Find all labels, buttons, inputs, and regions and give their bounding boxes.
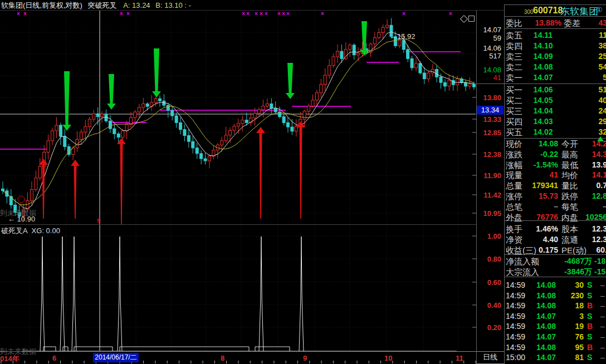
candle-body-down — [472, 84, 475, 87]
candle-body-down — [204, 159, 207, 161]
indicator-tail: : - — [184, 1, 191, 9]
tick-volume: 18 — [557, 301, 584, 310]
ask-volume: 5 — [563, 73, 606, 82]
snapshot-row-label: 外盘 — [506, 213, 522, 223]
snapshot-row-value2: 13.9 — [579, 160, 606, 169]
tick-price: 14.08 — [524, 343, 556, 352]
candle-body-up — [88, 119, 91, 126]
candle-body-up — [324, 75, 326, 85]
candle-body-up — [221, 141, 223, 145]
bid-price[interactable]: 14.06 — [524, 85, 563, 94]
fundamental-row-value2: 60. — [579, 245, 606, 254]
candle-body-up — [30, 190, 33, 201]
signal-x-marker: × — [126, 11, 130, 17]
indicator-plateau — [43, 347, 56, 351]
tick-price: 14.08 — [524, 291, 556, 300]
snapshot-row-label2: 跌停 — [561, 191, 578, 202]
bid-price[interactable]: 14.04 — [524, 106, 563, 115]
signal-x-marker: × — [449, 11, 452, 17]
candle-body-up — [154, 99, 157, 102]
candle-body-down — [96, 114, 99, 116]
maximize-icon[interactable] — [468, 16, 475, 22]
candle-body-down — [117, 134, 120, 137]
buy-arrow-icon — [296, 121, 305, 219]
signal-x-marker: × — [246, 11, 250, 17]
candle-body-up — [357, 53, 360, 55]
bid-price[interactable]: 14.05 — [524, 96, 563, 105]
buy-arrow-icon — [71, 160, 80, 219]
bid-price[interactable]: 14.03 — [524, 117, 563, 126]
snapshot-row-label: 涨幅 — [506, 160, 522, 171]
signal-x-marker: × — [286, 11, 290, 17]
fundamental-row-label: 换手 — [506, 224, 522, 235]
candle-body-up — [336, 51, 339, 57]
ask-price[interactable]: 14.09 — [524, 52, 563, 61]
snapshot-row-label2: 内盘 — [561, 213, 578, 223]
info-badge-icon[interactable]: ① — [596, 6, 603, 14]
candle-body-up — [415, 63, 418, 68]
tick-price: 14.07 — [524, 332, 556, 341]
candle-body-up — [332, 57, 335, 66]
signal-x-marker: × — [402, 11, 405, 17]
snapshot-row-value: -0.22 — [524, 150, 558, 159]
stock-code: 600718 — [533, 6, 563, 16]
candle-body-down — [410, 58, 413, 68]
ask-price[interactable]: 14.07 — [524, 73, 563, 82]
time-axis-label: 8 — [221, 354, 224, 362]
tick-volume: 3 — [557, 312, 584, 321]
tab-period-daily[interactable]: 日线 — [477, 352, 504, 363]
fundamental-row-value: 0.175 — [524, 245, 558, 254]
candle-body-up — [237, 124, 240, 126]
candle-body-up — [328, 66, 331, 75]
fundamental-row-value: 1.46% — [524, 224, 558, 233]
ask-price[interactable]: 14.10 — [524, 41, 563, 50]
snapshot-row-value2: 14.2 — [579, 139, 606, 148]
bid-volume: 40 — [563, 96, 606, 105]
snapshot-row-value: 76776 — [524, 213, 558, 222]
candle-body-down — [63, 136, 66, 146]
ask-price[interactable]: 14.08 — [524, 62, 563, 71]
candle-body-down — [196, 148, 198, 154]
tick-time: 14:59 — [506, 322, 525, 331]
bid-price[interactable]: 14.02 — [524, 127, 563, 136]
price-axis-label: 12.38 — [477, 150, 501, 159]
signal-spike — [259, 237, 263, 351]
candle-body-down — [443, 82, 446, 86]
ask-volume: 11 — [563, 31, 606, 40]
snapshot-row-value2: 14.3 — [579, 150, 606, 159]
ask-label: 卖五 — [506, 31, 522, 41]
candle-body-down — [423, 73, 426, 79]
sell-arrow-icon — [360, 21, 369, 56]
candle-body-up — [233, 126, 236, 131]
sell-arrow-icon — [107, 74, 116, 110]
time-axis-label: 6 — [52, 354, 56, 362]
snapshot-row-label: 现价 — [506, 139, 522, 150]
signal-x-marker: × — [282, 11, 285, 17]
time-axis-label: 9 — [303, 354, 307, 362]
tick-volume: 230 — [557, 291, 584, 300]
flow-value: -3846万 — [549, 267, 592, 277]
snapshot-row-label: 总笔 — [506, 202, 522, 213]
bid-volume: 29 — [563, 117, 606, 126]
circle-marker — [18, 196, 25, 203]
cursor-info-value: 517 — [477, 52, 501, 60]
candle-body-down — [167, 105, 169, 110]
candle-body-down — [419, 63, 422, 73]
candle-body-down — [158, 99, 161, 101]
candle-body-up — [130, 117, 133, 124]
tick-side: B — [587, 343, 593, 352]
ask-price[interactable]: 14.11 — [524, 31, 563, 40]
tick-side: S — [587, 312, 592, 321]
market-tag: 300 — [524, 9, 534, 15]
sub-axis-label: 1.00 — [477, 232, 501, 240]
bid-label: 买一 — [506, 85, 522, 96]
tick-time: 14:59 — [506, 301, 525, 310]
tick-dash: – — [600, 332, 605, 341]
tick-dash: – — [600, 312, 605, 321]
stock-name[interactable]: 东软集团 — [560, 5, 598, 18]
candle-body-down — [59, 125, 62, 136]
candle-body-up — [47, 141, 50, 153]
ask-label: 卖二 — [506, 62, 522, 73]
fundamental-row-value2: 12.3 — [579, 235, 606, 244]
weicha-label: 委差 — [564, 18, 580, 29]
